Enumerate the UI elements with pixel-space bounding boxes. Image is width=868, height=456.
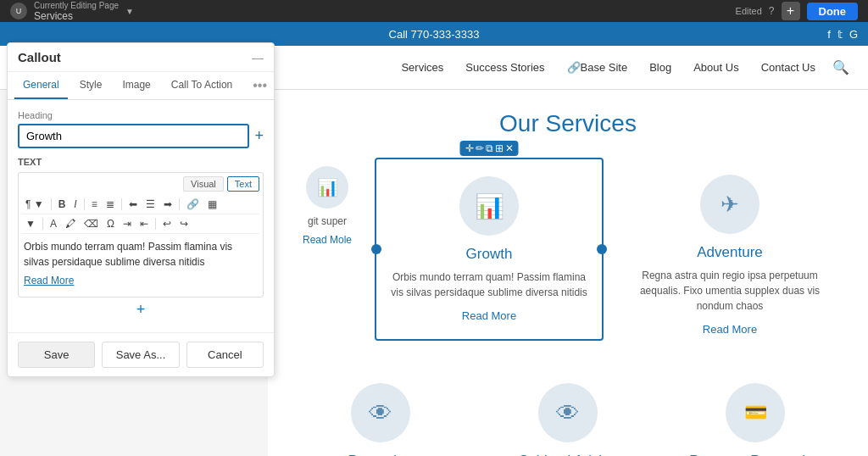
partial-card-desc: git super xyxy=(298,215,356,227)
nav-link-success-stories[interactable]: Success Stories xyxy=(455,56,554,79)
sep-3 xyxy=(121,198,122,210)
callout-panel: Callout — General Style Image Call To Ac… xyxy=(7,42,275,377)
services-row-1: 📊 git super Read Mole ✛ ✏ ⧉ ⊞ ✕ 📊 Growth… xyxy=(293,158,843,353)
callout-tabs: General Style Image Call To Action ••• xyxy=(8,72,274,100)
tab-general[interactable]: General xyxy=(14,72,68,99)
ordered-list-button[interactable]: ≣ xyxy=(103,197,118,212)
align-center-button[interactable]: ☰ xyxy=(142,197,159,212)
twitter-icon[interactable]: 𝕥 xyxy=(837,28,843,41)
italic-button[interactable]: I xyxy=(70,197,80,212)
redo-button[interactable]: ↪ xyxy=(176,216,192,231)
done-button[interactable]: Done xyxy=(807,3,859,20)
adventure-icon: ✈ xyxy=(700,175,760,234)
add-button[interactable]: + xyxy=(782,2,800,20)
nav-link-blog[interactable]: Blog xyxy=(639,56,682,79)
text-tab[interactable]: Text xyxy=(227,176,259,192)
format-dropdown[interactable]: ▼ xyxy=(22,216,39,231)
move-tool[interactable]: ✛ xyxy=(465,142,474,154)
tab-style[interactable]: Style xyxy=(71,72,111,99)
editor-row-1: ¶ ▼ B I ≡ ≣ ⬅ ☰ ➡ 🔗 ▦ xyxy=(22,195,259,214)
left-handle xyxy=(371,244,381,254)
special-char-button[interactable]: Ω xyxy=(103,216,118,231)
nav-link-about-us[interactable]: About Us xyxy=(683,56,748,79)
minimize-icon[interactable]: — xyxy=(252,51,264,64)
tab-image[interactable]: Image xyxy=(114,72,159,99)
spiritual-card: 👁 Spiritual Advice Effigiem Iapeto haben… xyxy=(481,370,654,456)
indent-button[interactable]: ⇥ xyxy=(120,216,135,231)
top-bar-left: U Currently Editing Page Services ▼ xyxy=(10,1,134,22)
outdent-button[interactable]: ⇤ xyxy=(136,216,152,231)
sep-4 xyxy=(179,198,180,210)
link-button[interactable]: 🔗 xyxy=(183,197,203,212)
avatar: U xyxy=(10,3,27,19)
erase-format-button[interactable]: ⌫ xyxy=(81,216,102,231)
nav-links: Services Success Stories 🔗Base Site Blog… xyxy=(391,54,854,81)
sep-6 xyxy=(155,218,156,230)
services-title: Our Services xyxy=(293,110,843,137)
protection-card: 👁 Protection Congeriem posset; glomeravi… xyxy=(293,370,467,456)
read-more-link[interactable]: Read More xyxy=(24,273,258,288)
tabs-more-icon[interactable]: ••• xyxy=(253,78,267,93)
editor-content[interactable]: Orbis mundo terram quam! Passim flamina … xyxy=(22,234,259,293)
unordered-list-button[interactable]: ≡ xyxy=(88,197,101,212)
growth-read-more[interactable]: Read More xyxy=(462,309,516,322)
growth-name: Growth xyxy=(390,246,588,263)
sep-2 xyxy=(84,198,85,210)
top-bar-right: Edited ? + Done xyxy=(736,2,858,20)
search-icon[interactable]: 🔍 xyxy=(827,54,854,81)
protection-name: Protection xyxy=(307,453,453,456)
edit-tool[interactable]: ✏ xyxy=(476,142,484,154)
editor-text: Orbis mundo terram quam! Passim flamina … xyxy=(24,241,232,268)
save-as-button[interactable]: Save As... xyxy=(102,342,179,368)
tab-call-to-action[interactable]: Call To Action xyxy=(163,72,242,99)
save-button[interactable]: Save xyxy=(18,342,95,368)
align-left-button[interactable]: ⬅ xyxy=(125,197,141,212)
heading-input[interactable] xyxy=(18,124,249,148)
heading-label: Heading xyxy=(18,110,264,120)
copy-tool[interactable]: ⧉ xyxy=(486,142,493,154)
editing-info: Currently Editing Page Services xyxy=(34,1,119,22)
bold-button[interactable]: B xyxy=(55,197,70,212)
facebook-icon[interactable]: f xyxy=(827,28,831,41)
chevron-down-icon: ▼ xyxy=(125,7,134,16)
top-bar: U Currently Editing Page Services ▼ Edit… xyxy=(0,0,868,22)
nav-link-services[interactable]: Services xyxy=(391,56,453,79)
growth-card: ✛ ✏ ⧉ ⊞ ✕ 📊 Growth Orbis mundo terram qu… xyxy=(375,158,604,341)
payment-name: Payment Processing xyxy=(682,453,829,456)
callout-title: Callout xyxy=(18,50,61,64)
adventure-read-more[interactable]: Read More xyxy=(703,323,757,336)
growth-desc: Orbis mundo terram quam! Passim flamina … xyxy=(390,270,588,300)
adventure-card: ✈ Adventure Regna astra quin regio ipsa … xyxy=(617,158,843,353)
partial-card-icon: 📊 xyxy=(306,166,348,209)
paragraph-dropdown[interactable]: ¶ ▼ xyxy=(22,197,47,212)
text-label: TEXT xyxy=(18,157,264,167)
right-handle xyxy=(597,244,607,254)
callout-body: Heading + TEXT Visual Text ¶ ▼ B I ≡ ≣ ⬅ xyxy=(8,100,274,332)
protection-icon: 👁 xyxy=(351,383,410,442)
payment-icon: 💳 xyxy=(726,383,785,442)
help-icon[interactable]: ? xyxy=(769,5,775,17)
nav-link-base-site[interactable]: 🔗Base Site xyxy=(557,56,638,79)
add-heading-icon[interactable]: + xyxy=(254,127,264,145)
editor-toolbar: Visual Text ¶ ▼ B I ≡ ≣ ⬅ ☰ ➡ 🔗 ▦ ▼ xyxy=(18,172,264,298)
font-color-button[interactable]: A xyxy=(47,216,60,231)
highlight-button[interactable]: 🖍 xyxy=(62,216,79,231)
table-button[interactable]: ▦ xyxy=(204,197,220,212)
phone-number: Call 770-333-3333 xyxy=(389,28,480,41)
sep-1 xyxy=(51,198,52,210)
visual-tab[interactable]: Visual xyxy=(183,176,224,192)
callout-header: Callout — xyxy=(8,43,274,72)
google-icon[interactable]: G xyxy=(849,28,858,41)
payment-card: 💳 Payment Processing Agitabilis abscidit… xyxy=(669,370,843,456)
partial-read-more[interactable]: Read Mole xyxy=(303,234,352,246)
undo-button[interactable]: ↩ xyxy=(159,216,175,231)
cancel-button[interactable]: Cancel xyxy=(186,342,264,368)
close-tool[interactable]: ✕ xyxy=(505,142,514,154)
edited-label: Edited xyxy=(736,6,762,16)
growth-icon: 📊 xyxy=(459,176,519,236)
editor-row-2: ▼ A 🖍 ⌫ Ω ⇥ ⇤ ↩ ↪ xyxy=(22,214,259,234)
nav-link-contact-us[interactable]: Contact Us xyxy=(751,56,826,79)
add-section-icon[interactable]: + xyxy=(18,298,264,322)
align-right-button[interactable]: ➡ xyxy=(160,197,175,212)
grid-tool[interactable]: ⊞ xyxy=(495,142,504,154)
